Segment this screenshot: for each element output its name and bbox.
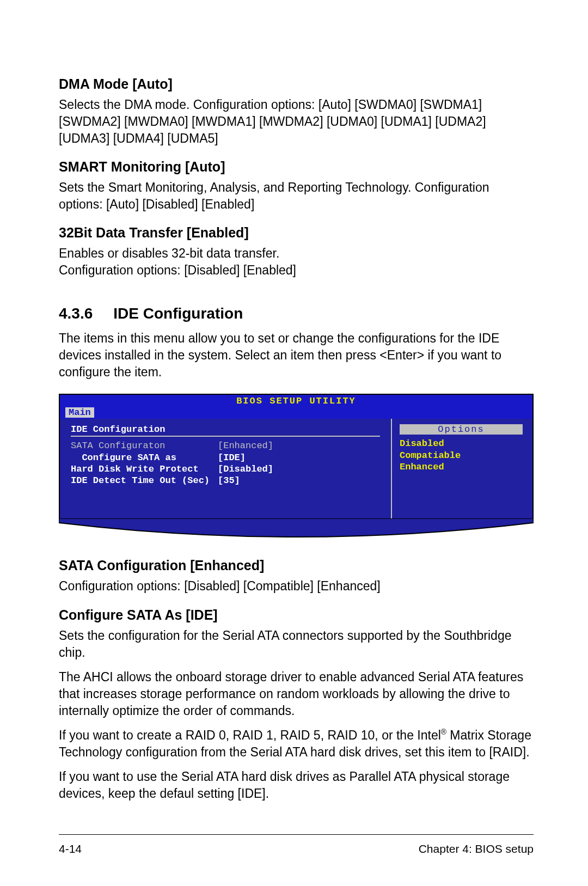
bios-options-header: Options	[400, 424, 523, 435]
bios-row-sata-config[interactable]: SATA Configuraton [Enhanced]	[71, 440, 380, 451]
bios-label: Hard Disk Write Protect	[71, 463, 218, 475]
item-body-p4: If you want to use the Serial ATA hard d…	[59, 768, 534, 802]
bios-panel-title: IDE Configuration	[71, 424, 380, 437]
bios-bottom-curve	[59, 518, 534, 540]
item-body-p1: Sets the configuration for the Serial AT…	[59, 627, 534, 661]
bios-label: SATA Configuraton	[71, 440, 218, 451]
bios-label: IDE Detect Time Out (Sec)	[71, 475, 218, 486]
item-body-p2: The AHCI allows the onboard storage driv…	[59, 669, 534, 719]
section-heading: 4.3.6 IDE Configuration	[59, 305, 534, 322]
bios-header: BIOS SETUP UTILITY	[59, 394, 534, 407]
item-body-smart: Sets the Smart Monitoring, Analysis, and…	[59, 179, 534, 213]
bios-value: [Enhanced]	[218, 440, 273, 451]
section-title: IDE Configuration	[113, 305, 243, 322]
item-heading-32bit: 32Bit Data Transfer [Enabled]	[59, 225, 534, 241]
item-heading-dma: DMA Mode [Auto]	[59, 76, 534, 92]
bios-value: [Disabled]	[218, 463, 273, 475]
bios-option-compatible[interactable]: Compatiable	[400, 450, 523, 461]
page-content: DMA Mode [Auto] Selects the DMA mode. Co…	[0, 0, 588, 835]
bios-body: IDE Configuration SATA Configuraton [Enh…	[59, 419, 534, 519]
item-body-32bit: Enables or disables 32-bit data transfer…	[59, 245, 534, 279]
section-intro: The items in this menu allow you to set …	[59, 330, 534, 381]
bios-row-configure-sata-as[interactable]: Configure SATA as [IDE]	[71, 452, 380, 463]
item-heading-configure-sata-as: Configure SATA As [IDE]	[59, 607, 534, 623]
bios-left-panel: IDE Configuration SATA Configuraton [Enh…	[60, 419, 391, 519]
page-footer: 4-14 Chapter 4: BIOS setup	[59, 834, 534, 856]
bios-tabbar: Main	[59, 407, 534, 419]
bios-row-ide-detect-timeout[interactable]: IDE Detect Time Out (Sec) [35]	[71, 475, 380, 486]
item-body-p3: If you want to create a RAID 0, RAID 1, …	[59, 727, 534, 761]
bios-value: [IDE]	[218, 452, 246, 463]
bios-value: [35]	[218, 475, 240, 486]
footer-chapter: Chapter 4: BIOS setup	[419, 842, 534, 856]
bios-option-disabled[interactable]: Disabled	[400, 438, 523, 449]
item-heading-sata-config: SATA Configuration [Enhanced]	[59, 558, 534, 573]
item-body-sata-config: Configuration options: [Disabled] [Compa…	[59, 578, 534, 595]
item-body-dma: Selects the DMA mode. Configuration opti…	[59, 96, 534, 147]
bios-label: Configure SATA as	[71, 452, 218, 463]
footer-page-number: 4-14	[59, 842, 82, 856]
section-number: 4.3.6	[59, 305, 93, 322]
bios-screenshot: BIOS SETUP UTILITY Main IDE Configuratio…	[59, 394, 534, 540]
bios-right-panel: Options Disabled Compatiable Enhanced	[391, 419, 532, 519]
bios-row-hd-write-protect[interactable]: Hard Disk Write Protect [Disabled]	[71, 463, 380, 475]
item-heading-smart: SMART Monitoring [Auto]	[59, 159, 534, 175]
bios-tab-main[interactable]: Main	[65, 407, 94, 418]
bios-option-enhanced[interactable]: Enhanced	[400, 461, 523, 473]
